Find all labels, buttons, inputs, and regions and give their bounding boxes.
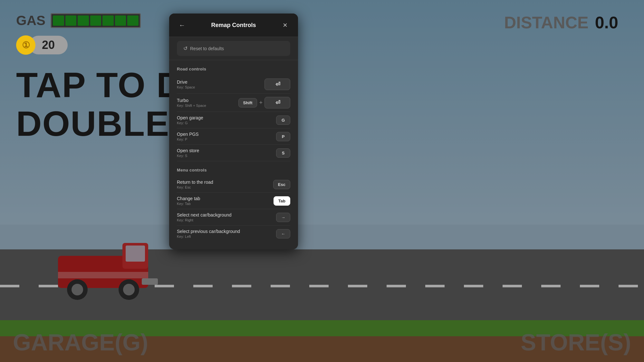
reset-icon: ↺ (183, 45, 187, 51)
menu-controls-section-title: Menu controls (177, 168, 290, 172)
turbo-plus: + (259, 99, 263, 106)
pgs-control-info: Open PGS Key: P (177, 132, 199, 141)
drive-key-binding[interactable]: ⏎ (264, 79, 290, 90)
prev-car-name: Select previous car/background (177, 229, 240, 234)
next-car-control-row: Select next car/background Key: Right → (177, 209, 290, 226)
turbo-key-hint: Key: Shift + Space (177, 104, 206, 107)
change-tab-key-badge[interactable]: Tab (274, 196, 290, 206)
road-controls-section-title: Road controls (177, 67, 290, 71)
pgs-name: Open PGS (177, 132, 199, 137)
drive-key-hint: Key: Space (177, 85, 195, 89)
next-car-key-badge[interactable]: → (276, 213, 290, 222)
change-tab-control-row: Change tab Key: Tab Tab (177, 193, 290, 209)
turbo-control-info: Turbo Key: Shift + Space (177, 98, 206, 107)
next-car-key-hint: Key: Right (177, 218, 232, 222)
modal-close-button[interactable]: × (280, 20, 290, 30)
next-car-name: Select next car/background (177, 212, 232, 218)
modal-content[interactable]: Road controls Drive Key: Space ⏎ Turbo K… (169, 60, 298, 249)
turbo-shift-badge[interactable]: Shift (238, 98, 257, 107)
prev-car-control-info: Select previous car/background Key: Left (177, 229, 240, 238)
prev-car-key-badge[interactable]: ← (276, 229, 290, 238)
reset-label: Reset to defaults (190, 46, 224, 51)
return-control-info: Return to the road Key: Esc (177, 180, 213, 189)
drive-key-badge[interactable]: ⏎ (264, 79, 290, 90)
pgs-key-hint: Key: P (177, 137, 199, 141)
store-name: Open store (177, 148, 199, 153)
modal-overlay: ← Remap Controls × ↺ Reset to defaults R… (0, 0, 644, 362)
modal-header: ← Remap Controls × (169, 14, 298, 37)
modal-back-button[interactable]: ← (177, 20, 187, 30)
reset-defaults-button[interactable]: ↺ Reset to defaults (177, 41, 290, 56)
garage-control-row: Open garage Key: G G (177, 112, 290, 128)
return-name: Return to the road (177, 180, 213, 185)
turbo-space-badge[interactable]: ⏎ (264, 97, 290, 108)
reset-section: ↺ Reset to defaults (169, 37, 298, 60)
store-key-hint: Key: S (177, 154, 199, 158)
store-control-info: Open store Key: S (177, 148, 199, 158)
prev-car-key-hint: Key: Left (177, 235, 240, 238)
store-key-badge[interactable]: S (276, 148, 290, 158)
next-car-control-info: Select next car/background Key: Right (177, 212, 232, 222)
return-control-row: Return to the road Key: Esc Esc (177, 176, 290, 193)
drive-name: Drive (177, 79, 195, 85)
change-tab-control-info: Change tab Key: Tab (177, 196, 200, 206)
turbo-key-binding[interactable]: Shift + ⏎ (238, 97, 290, 108)
remap-controls-modal: ← Remap Controls × ↺ Reset to defaults R… (169, 14, 298, 249)
pgs-control-row: Open PGS Key: P P (177, 128, 290, 145)
drive-control-row: Drive Key: Space ⏎ (177, 75, 290, 94)
modal-title: Remap Controls (211, 22, 256, 29)
turbo-name: Turbo (177, 98, 206, 103)
pgs-key-badge[interactable]: P (276, 132, 290, 141)
store-control-row: Open store Key: S S (177, 145, 290, 161)
prev-car-control-row: Select previous car/background Key: Left… (177, 226, 290, 242)
coin-icon: ① (16, 35, 35, 55)
garage-key-hint: Key: G (177, 121, 203, 125)
return-key-hint: Key: Esc (177, 185, 213, 189)
garage-control-info: Open garage Key: G (177, 115, 203, 125)
turbo-control-row: Turbo Key: Shift + Space Shift + ⏎ (177, 94, 290, 112)
garage-key-badge[interactable]: G (276, 116, 290, 125)
drive-control-info: Drive Key: Space (177, 79, 195, 89)
garage-name: Open garage (177, 115, 203, 120)
change-tab-name: Change tab (177, 196, 200, 201)
return-key-badge[interactable]: Esc (273, 180, 290, 189)
change-tab-key-hint: Key: Tab (177, 202, 200, 206)
